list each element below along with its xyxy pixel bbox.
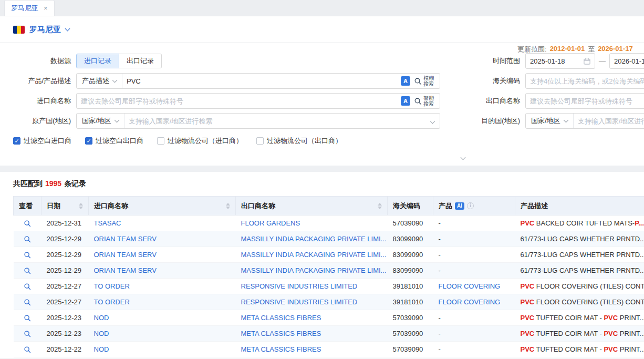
description-segment: PRINT... bbox=[618, 330, 644, 337]
sort-icon[interactable] bbox=[79, 203, 83, 209]
exporter-link[interactable]: FLOOR GARDENS bbox=[241, 219, 300, 227]
importer-link[interactable]: ORIAN TEAM SERV bbox=[94, 251, 157, 259]
cell-view bbox=[14, 247, 41, 263]
date-to-input[interactable]: 2026-01-17 bbox=[609, 53, 644, 69]
exporter-link[interactable]: MASSILLY INDIA PACKAGING PRIVATE LIMI... bbox=[241, 235, 387, 243]
importer-link[interactable]: NOD bbox=[94, 330, 109, 337]
cell-hscode: 83099090 bbox=[388, 247, 433, 263]
destination-region-select[interactable]: 国家/地区 bbox=[526, 114, 574, 128]
description-segment: FLOOR COVERING (TILES) CONT... bbox=[534, 298, 644, 306]
cell-description: PVC TUFTED COIR MAT - PVC PRINT... bbox=[515, 326, 644, 342]
tab-close-icon[interactable]: × bbox=[44, 4, 48, 12]
date-from-input[interactable]: 2025-01-18 bbox=[525, 53, 595, 69]
product-link[interactable]: FLOOR COVERING bbox=[439, 298, 501, 306]
translate-icon[interactable]: A bbox=[401, 76, 410, 86]
time-range-label: 时间范围 bbox=[473, 56, 520, 66]
product-input[interactable] bbox=[122, 74, 399, 88]
checkbox-icon[interactable]: ✓ bbox=[13, 137, 20, 145]
view-magnifier-icon[interactable] bbox=[24, 346, 31, 353]
product-link[interactable]: FLOOR COVERING bbox=[439, 282, 501, 290]
destination-country-label: 目的国(地区) bbox=[473, 116, 520, 126]
translate-icon[interactable]: A bbox=[401, 96, 410, 106]
table-row: 2025-12-23NODMETA CLASSICS FIBRES5703909… bbox=[14, 310, 644, 326]
column-header-view: 查看 bbox=[14, 197, 41, 216]
description-segment: PVC bbox=[521, 314, 535, 322]
tab-romania[interactable]: 罗马尼亚 × bbox=[4, 0, 55, 16]
importer-name-input[interactable] bbox=[77, 94, 399, 108]
view-magnifier-icon[interactable] bbox=[24, 235, 31, 243]
chevron-down-icon bbox=[114, 117, 119, 122]
column-header-date[interactable]: 日期 bbox=[41, 197, 89, 216]
description-segment: TUFTED COIR MAT - bbox=[534, 314, 604, 322]
origin-region-select[interactable]: 国家/地区 bbox=[77, 114, 124, 128]
exporter-name-input[interactable] bbox=[525, 93, 644, 109]
cell-hscode: 39181010 bbox=[388, 294, 433, 310]
destination-country-input[interactable] bbox=[574, 114, 644, 128]
view-magnifier-icon[interactable] bbox=[24, 314, 31, 322]
importer-link[interactable]: TSASAC bbox=[94, 219, 121, 227]
search-icon[interactable] bbox=[414, 77, 422, 85]
collapse-filters-button[interactable] bbox=[456, 154, 470, 162]
search-icon[interactable] bbox=[414, 97, 422, 105]
table-row: 2025-12-29ORIAN TEAM SERVMASSILLY INDIA … bbox=[14, 231, 644, 247]
column-header-description: 产品描述 bbox=[515, 197, 644, 216]
sort-icon[interactable] bbox=[226, 203, 230, 209]
importer-link[interactable]: NOD bbox=[94, 314, 109, 322]
fuzzy-search-label[interactable]: 模糊搜索 bbox=[423, 75, 436, 87]
chevron-down-icon bbox=[112, 77, 118, 83]
importer-link[interactable]: TO ORDER bbox=[94, 298, 130, 306]
exporter-link[interactable]: RESPONSIVE INDUSTRIES LIMITED bbox=[241, 298, 358, 306]
filter-checkbox[interactable]: 过滤物流公司（出口商） bbox=[256, 136, 342, 146]
importer-link[interactable]: TO ORDER bbox=[94, 282, 130, 290]
destination-country-group: 国家/地区 bbox=[525, 113, 644, 129]
filter-checkbox[interactable]: ✓过滤空白出口商 bbox=[85, 136, 143, 146]
description-segment: 61/773-LUG CAPS WHETHER PRNTD... bbox=[521, 235, 644, 243]
chevron-down-icon bbox=[430, 118, 435, 124]
importer-link[interactable]: ORIAN TEAM SERV bbox=[94, 235, 157, 243]
chevron-down-icon[interactable] bbox=[65, 26, 70, 32]
view-magnifier-icon[interactable] bbox=[24, 251, 31, 259]
hs-code-label: 海关编码 bbox=[473, 76, 520, 86]
hs-code-input[interactable] bbox=[525, 73, 644, 89]
exporter-link[interactable]: META CLASSICS FIBRES bbox=[241, 314, 321, 322]
cell-importer: TO ORDER bbox=[89, 294, 236, 310]
view-magnifier-icon[interactable] bbox=[24, 220, 31, 227]
sort-icon[interactable] bbox=[378, 203, 382, 209]
description-segment: PVC bbox=[521, 219, 535, 227]
cell-view bbox=[14, 263, 41, 279]
export-records-button[interactable]: 出口记录 bbox=[119, 54, 162, 68]
product-type-select[interactable]: 产品描述 bbox=[77, 74, 122, 88]
import-records-button[interactable]: 进口记录 bbox=[76, 54, 119, 68]
exporter-link[interactable]: META CLASSICS FIBRES bbox=[241, 345, 321, 353]
romania-flag-icon bbox=[13, 26, 25, 34]
origin-country-input[interactable] bbox=[124, 114, 431, 128]
smart-search-label[interactable]: 智能搜索 bbox=[423, 95, 436, 107]
view-magnifier-icon[interactable] bbox=[24, 267, 31, 274]
column-header-exporter[interactable]: 出口商名称 bbox=[236, 197, 388, 216]
info-icon[interactable]: i bbox=[467, 202, 474, 209]
filter-checkbox[interactable]: ✓过滤空白进口商 bbox=[13, 136, 71, 146]
column-header-importer[interactable]: 进口商名称 bbox=[89, 197, 236, 216]
exporter-link[interactable]: RESPONSIVE INDUSTRIES LIMITED bbox=[241, 282, 358, 290]
exporter-link[interactable]: MASSILLY INDIA PACKAGING PRIVATE LIMI... bbox=[241, 251, 387, 259]
cell-exporter: META CLASSICS FIBRES bbox=[236, 342, 388, 357]
view-magnifier-icon[interactable] bbox=[24, 299, 31, 306]
country-name[interactable]: 罗马尼亚 bbox=[29, 25, 61, 35]
cell-view bbox=[14, 231, 41, 247]
description-segment: TUFTED COIR MAT - bbox=[534, 345, 604, 353]
cell-exporter: META CLASSICS FIBRES bbox=[236, 310, 388, 326]
importer-link[interactable]: ORIAN TEAM SERV bbox=[94, 266, 157, 274]
exporter-link[interactable]: META CLASSICS FIBRES bbox=[241, 330, 321, 337]
checkbox-icon[interactable] bbox=[157, 137, 164, 145]
checkbox-icon[interactable] bbox=[256, 137, 264, 145]
filter-checkbox[interactable]: 过滤物流公司（进口商） bbox=[157, 136, 243, 146]
view-magnifier-icon[interactable] bbox=[24, 330, 31, 337]
cell-exporter: RESPONSIVE INDUSTRIES LIMITED bbox=[236, 294, 388, 310]
view-magnifier-icon[interactable] bbox=[24, 283, 31, 290]
exporter-link[interactable]: MASSILLY INDIA PACKAGING PRIVATE LIMI... bbox=[241, 266, 387, 274]
column-label: 产品 bbox=[439, 201, 452, 211]
cell-product: - bbox=[433, 247, 515, 263]
checkbox-icon[interactable]: ✓ bbox=[85, 137, 92, 145]
importer-link[interactable]: NOD bbox=[94, 345, 109, 353]
column-label: 产品描述 bbox=[521, 201, 548, 211]
